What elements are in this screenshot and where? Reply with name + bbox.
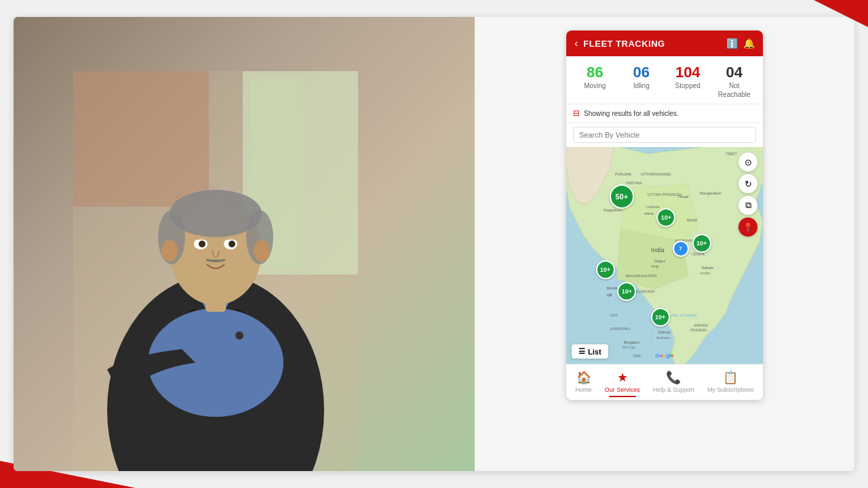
svg-text:UTTARAKHAND: UTTARAKHAND <box>641 172 671 176</box>
filter-icon: ⊟ <box>573 108 580 118</box>
svg-text:Kolkata: Kolkata <box>702 266 713 270</box>
my-subscriptions-icon: 📋 <box>723 370 738 385</box>
svg-point-12 <box>254 240 270 262</box>
pin-button[interactable]: 📍 <box>738 218 757 237</box>
svg-text:Bangladesh: Bangladesh <box>700 191 722 195</box>
svg-text:PUNJAB: PUNJAB <box>615 172 631 176</box>
cluster-west[interactable]: 10+ <box>596 260 615 279</box>
idling-count: 06 <box>618 64 665 81</box>
active-indicator <box>609 396 636 397</box>
svg-text:TAMI...: TAMI... <box>633 354 644 358</box>
svg-text:PRADESH: PRADESH <box>690 328 707 332</box>
home-icon: 🏠 <box>576 370 591 385</box>
cluster-south-west[interactable]: 10+ <box>617 282 636 301</box>
svg-text:Bay of Bengal: Bay of Bengal <box>671 313 696 317</box>
svg-point-15 <box>199 241 205 247</box>
stat-stopped[interactable]: 104 Stopped <box>665 64 711 98</box>
svg-text:Chennai: Chennai <box>658 330 671 334</box>
svg-text:TELANGANA: TELANGANA <box>634 289 655 293</box>
moving-count: 86 <box>572 64 618 81</box>
svg-text:GOA: GOA <box>610 313 618 317</box>
stopped-label: Stopped <box>665 82 711 89</box>
svg-rect-3 <box>73 71 209 207</box>
app-phone-frame: ‹ FLEET TRACKING ℹ️ 🔔 86 Moving 06 Idlin… <box>566 30 763 400</box>
svg-text:नागपुर: नागपुर <box>650 264 659 269</box>
not-reachable-label-2: Reachable <box>711 91 758 98</box>
home-label: Home <box>576 386 592 393</box>
svg-text:KARNATAKA: KARNATAKA <box>610 327 631 331</box>
bottom-nav: 🏠 Home ★ Our Services 📞 Help & Support 📋… <box>566 364 763 400</box>
cluster-seven[interactable]: 7 <box>673 241 689 257</box>
svg-text:लखनऊ: लखनऊ <box>644 211 654 216</box>
svg-text:Lucknow: Lucknow <box>646 205 660 209</box>
moving-label: Moving <box>572 82 618 89</box>
map-svg: India PUNJAB UTTARAKHAND HARYANA Rajasth… <box>566 147 763 364</box>
photo-panel <box>14 17 475 471</box>
filter-text: Showing results for all vehicles. <box>584 110 679 117</box>
search-input[interactable] <box>573 127 756 143</box>
svg-text:Nagpur: Nagpur <box>654 259 666 263</box>
nav-our-services[interactable]: ★ Our Services <box>599 370 646 397</box>
svg-text:TIBET: TIBET <box>726 152 737 156</box>
cluster-50plus[interactable]: 50+ <box>610 184 634 209</box>
cluster-lucknow[interactable]: 10+ <box>656 208 675 227</box>
help-support-icon: 📞 <box>666 370 681 385</box>
layers-button[interactable]: ⧉ <box>738 196 757 215</box>
app-header: ‹ FLEET TRACKING ℹ️ 🔔 <box>566 30 763 56</box>
svg-text:சென்னை: சென்னை <box>656 336 670 340</box>
header-icons: ℹ️ 🔔 <box>726 38 755 49</box>
svg-text:MAHARASHTRA: MAHARASHTRA <box>626 274 657 278</box>
svg-text:UTTAR PRADESH: UTTAR PRADESH <box>648 192 682 197</box>
filter-bar: ⊟ Showing results for all vehicles. <box>566 104 763 123</box>
not-reachable-count: 04 <box>711 64 758 81</box>
help-support-label: Help & Support <box>653 386 694 393</box>
list-icon: ☰ <box>578 347 585 356</box>
svg-text:India: India <box>651 247 665 253</box>
stats-row: 86 Moving 06 Idling 104 Stopped 04 Not R… <box>566 56 763 104</box>
nav-home[interactable]: 🏠 Home <box>570 370 597 397</box>
main-container: ‹ FLEET TRACKING ℹ️ 🔔 86 Moving 06 Idlin… <box>14 17 854 471</box>
svg-point-22 <box>235 331 243 340</box>
app-panel: ‹ FLEET TRACKING ℹ️ 🔔 86 Moving 06 Idlin… <box>475 17 854 471</box>
svg-text:ಬೆಂಗಳೂರು: ಬೆಂಗಳೂರು <box>622 346 635 350</box>
stat-idling[interactable]: 06 Idling <box>618 64 665 98</box>
my-subscriptions-label: My Subscriptions <box>707 386 754 393</box>
svg-text:ODISHA: ODISHA <box>692 252 705 256</box>
svg-text:কলকাতা: কলকাতা <box>701 271 710 275</box>
stopped-count: 104 <box>665 64 711 81</box>
map-area[interactable]: India PUNJAB UTTARAKHAND HARYANA Rajasth… <box>566 147 763 364</box>
our-services-label: Our Services <box>605 386 640 393</box>
svg-text:Rajasthan: Rajasthan <box>604 208 622 212</box>
google-logo: Google <box>655 352 674 359</box>
list-label: List <box>588 348 601 356</box>
idling-label: Idling <box>618 82 665 89</box>
map-controls: ⊙ ↻ ⧉ 📍 <box>738 152 757 237</box>
search-bar <box>566 123 763 147</box>
svg-text:BIHAR: BIHAR <box>687 218 698 222</box>
svg-point-11 <box>161 240 178 262</box>
stat-not-reachable[interactable]: 04 Not Reachable <box>711 64 758 98</box>
not-reachable-label-1: Not <box>711 82 758 89</box>
locate-button[interactable]: ⊙ <box>738 152 757 171</box>
nav-help-support[interactable]: 📞 Help & Support <box>648 370 700 397</box>
cluster-south[interactable]: 10+ <box>651 308 670 327</box>
svg-text:HARYANA: HARYANA <box>626 181 642 185</box>
refresh-button[interactable]: ↻ <box>738 174 757 193</box>
info-icon[interactable]: ℹ️ <box>726 38 738 49</box>
svg-text:Bengaluru: Bengaluru <box>624 340 639 344</box>
svg-text:मुंबई: मुंबई <box>606 293 612 298</box>
svg-text:Nepal: Nepal <box>678 195 689 199</box>
stat-moving[interactable]: 86 Moving <box>572 64 618 98</box>
list-button[interactable]: ☰ List <box>572 344 608 359</box>
svg-text:ANDHRA: ANDHRA <box>694 323 709 327</box>
app-title: FLEET TRACKING <box>583 39 721 49</box>
back-button[interactable]: ‹ <box>574 37 578 49</box>
nav-my-subscriptions[interactable]: 📋 My Subscriptions <box>702 370 760 397</box>
our-services-icon: ★ <box>617 370 628 385</box>
cluster-east[interactable]: 10+ <box>692 234 711 253</box>
bell-icon[interactable]: 🔔 <box>743 38 755 49</box>
svg-point-16 <box>229 241 235 247</box>
person-image <box>73 71 358 471</box>
